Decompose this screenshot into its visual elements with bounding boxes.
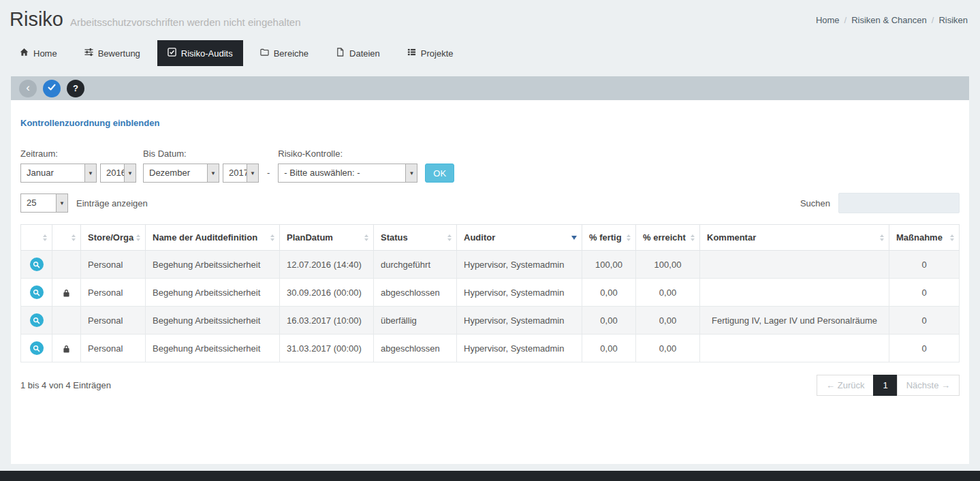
page-1-button[interactable]: 1 (873, 375, 897, 396)
col-details[interactable] (21, 225, 52, 251)
cell-details (21, 335, 52, 362)
toolbar: ‹ ? (11, 76, 969, 100)
col-fertig[interactable]: % fertig (582, 225, 636, 251)
tab-bar: Home Bewertung Risiko-Audits Bereiche Da… (10, 40, 980, 66)
question-icon: ? (73, 83, 78, 93)
home-icon (20, 48, 29, 59)
cell-massnahme: 0 (889, 307, 960, 335)
tab-home[interactable]: Home (10, 40, 67, 66)
cell-status: durchgeführt (374, 251, 457, 279)
from-month-value: Januar (21, 164, 84, 182)
cell-kommentar (700, 335, 889, 362)
cell-auditor: Hypervisor, Systemadmin (457, 335, 582, 362)
cell-fertig: 0,00 (582, 307, 636, 335)
chevron-left-icon: ‹ (26, 82, 30, 93)
breadcrumb-home[interactable]: Home (816, 15, 840, 25)
cell-erreicht: 0,00 (636, 279, 700, 307)
sort-icon (364, 234, 368, 241)
details-button[interactable] (30, 285, 44, 299)
tab-label: Risiko-Audits (181, 48, 233, 59)
back-button[interactable]: ‹ (19, 80, 37, 97)
risiko-kontrolle-value: - Bitte auswählen: - (279, 164, 405, 182)
sort-icon (627, 234, 631, 241)
col-status[interactable]: Status (374, 225, 457, 251)
magnifier-icon (33, 317, 40, 324)
table-row: Personal Begehung Arbeitssicherheit 30.0… (21, 279, 960, 307)
cell-store: Personal (81, 307, 146, 335)
lock-icon (63, 345, 70, 354)
tab-dateien[interactable]: Dateien (326, 40, 390, 66)
next-page-button[interactable]: Nächste → (897, 375, 960, 396)
tab-projekte[interactable]: Projekte (397, 40, 464, 66)
tab-label: Bereiche (274, 48, 309, 59)
details-button[interactable] (30, 313, 44, 327)
ok-button[interactable]: OK (425, 164, 454, 183)
cell-fertig: 0,00 (582, 279, 636, 307)
kontrollenzuordnung-link[interactable]: Kontrollenzuordnung einblenden (20, 100, 159, 128)
to-month-select[interactable]: Dezember ▼ (143, 164, 219, 183)
cell-name: Begehung Arbeitssicherheit (146, 279, 280, 307)
details-button[interactable] (30, 258, 44, 271)
col-plandatum[interactable]: PlanDatum (280, 225, 374, 251)
help-button[interactable]: ? (67, 80, 84, 97)
confirm-button[interactable] (43, 80, 61, 97)
page: Risiko Arbeitsschutzvorschriften werden … (0, 0, 980, 481)
cell-details (21, 279, 52, 307)
col-erreicht[interactable]: % erreicht (636, 225, 700, 251)
risiko-kontrolle-group: Risiko-Kontrolle: - Bitte auswählen: - ▼… (278, 149, 454, 183)
cell-massnahme: 0 (889, 279, 960, 307)
cell-name: Begehung Arbeitssicherheit (146, 251, 280, 279)
prev-page-button[interactable]: ← Zurück (817, 375, 874, 396)
check-icon (48, 83, 56, 93)
col-auditor[interactable]: Auditor (457, 225, 582, 251)
check-square-icon (168, 48, 176, 59)
sort-icon (136, 234, 140, 241)
tab-label: Projekte (421, 48, 454, 59)
to-year-value: 2017 (223, 164, 247, 182)
risiko-kontrolle-label: Risiko-Kontrolle: (278, 149, 454, 159)
sort-desc-icon (571, 236, 577, 240)
page-length-value: 25 (21, 194, 56, 212)
caret-down-icon: ▼ (56, 194, 67, 212)
col-kommentar[interactable]: Kommentar (700, 225, 889, 251)
cell-plandatum: 12.07.2016 (14:40) (280, 251, 374, 279)
tab-label: Dateien (349, 48, 380, 59)
cell-fertig: 100,00 (582, 251, 636, 279)
table-header-row: Store/Orga Name der Auditdefinition Plan… (21, 225, 960, 251)
search-input[interactable] (838, 193, 960, 213)
col-auditdefinition[interactable]: Name der Auditdefinition (146, 225, 280, 251)
cell-plandatum: 31.03.2017 (00:00) (280, 335, 374, 362)
table-row: Personal Begehung Arbeitssicherheit 16.0… (21, 307, 960, 335)
caret-down-icon: ▼ (405, 164, 417, 182)
main-panel: Kontrollenzuordnung einblenden Zeitraum:… (11, 100, 969, 464)
to-year-select[interactable]: 2017 ▼ (223, 164, 259, 183)
cell-auditor: Hypervisor, Systemadmin (457, 307, 582, 335)
pagination: ← Zurück 1 Nächste → (817, 375, 960, 396)
tab-bereiche[interactable]: Bereiche (250, 40, 319, 66)
cell-status: überfällig (374, 307, 457, 335)
audits-table: Store/Orga Name der Auditdefinition Plan… (20, 224, 960, 362)
page-length-label: Einträge anzeigen (76, 198, 148, 208)
table-controls: 25 ▼ Einträge anzeigen Suchen (20, 193, 960, 213)
cell-fertig: 0,00 (582, 335, 636, 362)
sliders-icon (84, 48, 93, 59)
from-year-select[interactable]: 2016 ▼ (100, 164, 136, 183)
breadcrumb-risiken[interactable]: Risiken (938, 15, 968, 25)
col-massnahme[interactable]: Maßnahme (889, 225, 960, 251)
from-month-select[interactable]: Januar ▼ (20, 164, 97, 183)
col-store-orga[interactable]: Store/Orga (81, 225, 146, 251)
risiko-kontrolle-select[interactable]: - Bitte auswählen: - ▼ (278, 164, 417, 183)
sort-icon (270, 234, 274, 241)
col-lock[interactable] (52, 225, 81, 251)
breadcrumb-risiken-chancen[interactable]: Risiken & Chancen (851, 15, 927, 25)
sort-icon (691, 234, 695, 241)
tab-bewertung[interactable]: Bewertung (74, 40, 151, 66)
sort-icon (43, 234, 47, 241)
bis-datum-group: Bis Datum: Dezember ▼ 2017 ▼ (143, 149, 259, 183)
magnifier-icon (33, 261, 40, 268)
page-length-select[interactable]: 25 ▼ (20, 193, 68, 213)
tab-risiko-audits[interactable]: Risiko-Audits (157, 40, 243, 66)
details-button[interactable] (30, 341, 44, 355)
cell-erreicht: 100,00 (636, 251, 700, 279)
cell-store: Personal (81, 251, 146, 279)
